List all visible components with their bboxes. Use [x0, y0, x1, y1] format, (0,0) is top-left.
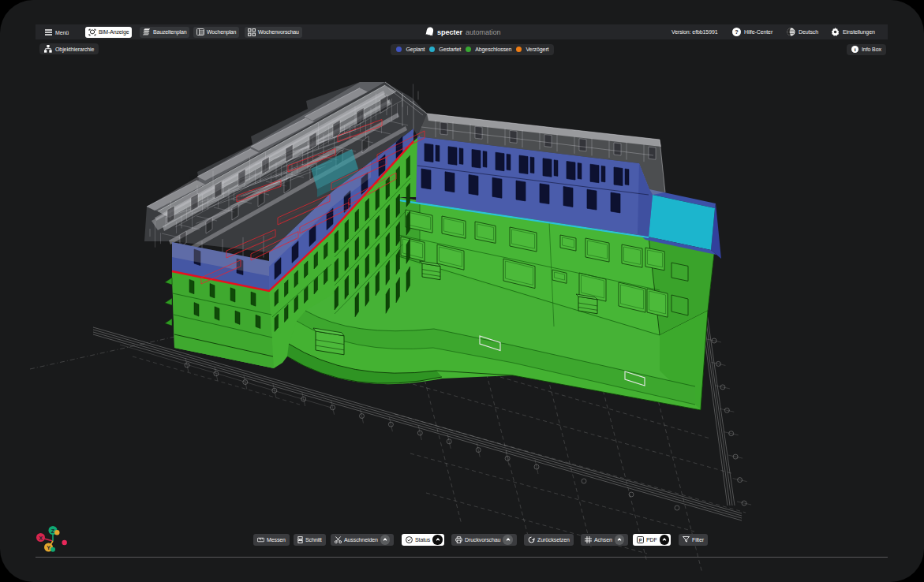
svg-text:Y: Y — [47, 545, 51, 550]
svg-text:X: X — [39, 535, 43, 541]
svg-text:?: ? — [735, 28, 739, 35]
svg-text:P: P — [639, 537, 642, 542]
svg-text:i: i — [855, 47, 856, 52]
